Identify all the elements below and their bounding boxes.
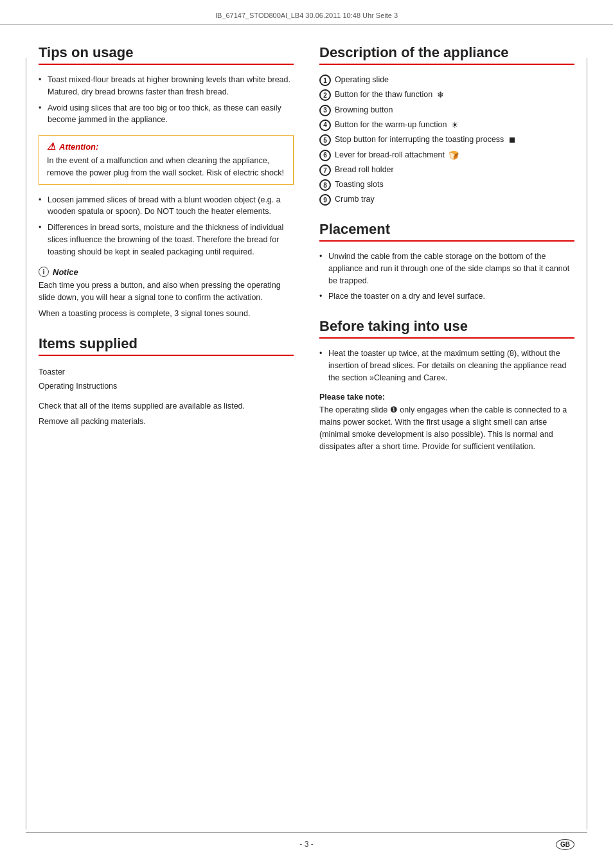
desc-text-1: Operating slide: [335, 74, 574, 86]
items-list-item: Operating Instructions: [39, 379, 294, 394]
attention-text: In the event of a malfunction and when c…: [47, 155, 285, 179]
notice-title: i Notice: [39, 267, 294, 277]
desc-heading: Description of the appliance: [319, 44, 574, 65]
desc-item-6: 6 Lever for bread-roll attachment 🍞: [319, 149, 574, 162]
desc-text-9: Crumb tray: [335, 193, 574, 206]
desc-item-5: 5 Stop button for interrupting the toast…: [319, 134, 574, 146]
before-heading: Before taking into use: [319, 318, 574, 339]
desc-num-4: 4: [319, 120, 331, 131]
desc-text-4: Button for the warm-up function ☀: [335, 119, 574, 132]
tips-section: Tips on usage Toast mixed-flour breads a…: [39, 44, 294, 320]
items-remove-text: Remove all packing materials.: [39, 416, 294, 428]
attention-bullets: Loosen jammed slices of bread with a blu…: [39, 194, 294, 258]
page: IB_67147_STOD800Al_LB4 30.06.2011 10:48 …: [0, 0, 613, 868]
desc-text-7: Bread roll holder: [335, 164, 574, 176]
notice-text-1: Each time you press a button, and also w…: [39, 279, 294, 304]
warmup-icon: ☀: [451, 119, 459, 132]
desc-item-1: 1 Operating slide: [319, 74, 574, 86]
desc-text-6: Lever for bread-roll attachment 🍞: [335, 149, 574, 162]
desc-num-6: 6: [319, 150, 331, 161]
desc-item-7: 7 Bread roll holder: [319, 164, 574, 176]
gb-badge: GB: [556, 839, 574, 850]
list-item: Unwind the cable from the cable storage …: [319, 251, 574, 287]
desc-num-1: 1: [319, 75, 331, 86]
stop-icon: ⏹: [508, 134, 517, 146]
desc-item-4: 4 Button for the warm-up function ☀: [319, 119, 574, 132]
list-item: Loosen jammed slices of bread with a blu…: [39, 194, 294, 218]
desc-list: 1 Operating slide 2 Button for the thaw …: [319, 74, 574, 206]
placement-section: Placement Unwind the cable from the cabl…: [319, 221, 574, 303]
list-item: Avoid using slices that are too big or t…: [39, 102, 294, 127]
items-list-item: Toaster: [39, 365, 294, 380]
placement-list: Unwind the cable from the cable storage …: [319, 251, 574, 303]
tips-list: Toast mixed-flour breads at higher brown…: [39, 74, 294, 126]
items-list: Toaster Operating Instructions: [39, 365, 294, 394]
thaw-icon: ❄: [437, 89, 444, 102]
desc-item-8: 8 Toasting slots: [319, 179, 574, 191]
left-border-line: [26, 58, 26, 829]
note-text: The operating slide ❶ only engages when …: [319, 404, 574, 452]
placement-heading: Placement: [319, 221, 574, 242]
before-list: Heat the toaster up twice, at the maximu…: [319, 348, 574, 384]
desc-text-2: Button for the thaw function ❄: [335, 89, 574, 102]
desc-num-2: 2: [319, 89, 331, 101]
desc-item-9: 9 Crumb tray: [319, 193, 574, 206]
desc-num-8: 8: [319, 179, 331, 191]
meta-text: IB_67147_STOD800Al_LB4 30.06.2011 10:48 …: [215, 12, 398, 19]
notice-icon: i: [39, 267, 49, 277]
desc-section: Description of the appliance 1 Operating…: [319, 44, 574, 206]
desc-text-8: Toasting slots: [335, 179, 574, 191]
desc-item-3: 3 Browning button: [319, 104, 574, 116]
desc-num-9: 9: [319, 194, 331, 206]
page-footer: - 3 -: [0, 840, 613, 849]
attention-box: ⚠ Attention: In the event of a malfuncti…: [39, 135, 294, 185]
desc-num-7: 7: [319, 164, 331, 176]
desc-item-2: 2 Button for the thaw function ❄: [319, 89, 574, 102]
notice-box: i Notice Each time you press a button, a…: [39, 267, 294, 319]
bottom-rule: [26, 832, 587, 833]
notice-text-2: When a toasting process is complete, 3 s…: [39, 308, 294, 320]
tips-heading: Tips on usage: [39, 44, 294, 65]
list-item: Place the toaster on a dry and level sur…: [319, 290, 574, 303]
items-heading: Items supplied: [39, 335, 294, 356]
list-item: Toast mixed-flour breads at higher brown…: [39, 74, 294, 98]
desc-text-5: Stop button for interrupting the toastin…: [335, 134, 574, 146]
items-section: Items supplied Toaster Operating Instruc…: [39, 335, 294, 429]
before-section: Before taking into use Heat the toaster …: [319, 318, 574, 452]
desc-text-3: Browning button: [335, 104, 574, 116]
left-column: Tips on usage Toast mixed-flour breads a…: [39, 44, 294, 468]
header-bar: IB_67147_STOD800Al_LB4 30.06.2011 10:48 …: [0, 0, 613, 25]
list-item: Differences in bread sorts, moisture and…: [39, 222, 294, 258]
attention-title: ⚠ Attention:: [47, 141, 285, 152]
breadroll-lever-icon: 🍞: [449, 149, 459, 162]
warning-icon: ⚠: [47, 141, 55, 152]
desc-num-5: 5: [319, 134, 331, 146]
items-check-text: Check that all of the items supplied are…: [39, 400, 294, 412]
main-content: Tips on usage Toast mixed-flour breads a…: [0, 25, 613, 506]
right-border-line: [587, 58, 587, 829]
desc-num-3: 3: [319, 105, 331, 116]
page-number: - 3 -: [299, 840, 313, 849]
note-heading: Please take note:: [319, 393, 574, 402]
right-column: Description of the appliance 1 Operating…: [319, 44, 574, 468]
list-item: Heat the toaster up twice, at the maximu…: [319, 348, 574, 384]
